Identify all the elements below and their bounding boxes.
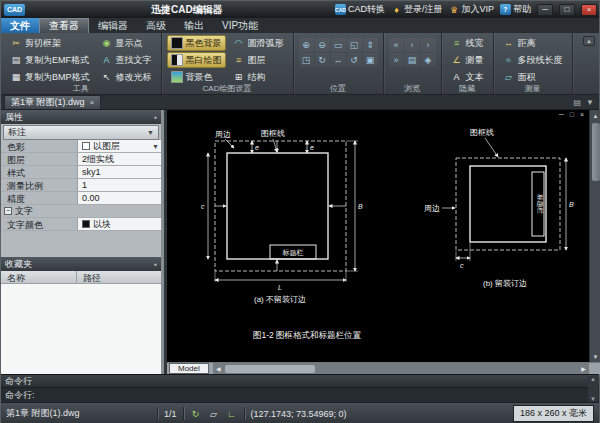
- copy-bmp-label: 复制为BMP格式: [25, 71, 90, 84]
- distance-button[interactable]: ↔ 距离: [499, 35, 567, 51]
- label-a-margin: 周边: [215, 130, 231, 139]
- tab-advanced[interactable]: 高级: [137, 18, 175, 33]
- favorites-col-path[interactable]: 路径: [77, 271, 161, 283]
- property-row-measure-scale[interactable]: 测量比例 1: [1, 179, 161, 192]
- help-button[interactable]: ? 帮助: [500, 3, 531, 16]
- scroll-right-icon[interactable]: ▶: [578, 363, 589, 375]
- viewport-minimize-icon[interactable]: ─: [559, 111, 564, 118]
- zoom-previous-icon[interactable]: ↻: [315, 53, 330, 67]
- status-page-indicator: 1/1: [164, 409, 177, 419]
- area-button[interactable]: ▱ 面积: [499, 69, 567, 85]
- scroll-down-icon[interactable]: ▼: [590, 351, 600, 362]
- lineweight-toggle-button[interactable]: ≡ 线宽: [447, 35, 488, 51]
- cut-frame-button[interactable]: ✂ 剪切框架: [6, 35, 94, 51]
- tab-list-icon[interactable]: ▤: [574, 98, 582, 107]
- measure-toggle-button[interactable]: ∠ 测量: [447, 52, 488, 68]
- pin-icon[interactable]: ▪: [154, 113, 157, 122]
- property-row-precision[interactable]: 精度 0.00: [1, 192, 161, 205]
- property-row-color[interactable]: 色彩 以图层 ▼: [1, 140, 161, 153]
- property-section-text[interactable]: − 文字: [1, 205, 161, 218]
- horizontal-scrollbar[interactable]: ◀ ▶: [213, 363, 589, 375]
- zoom-all-icon[interactable]: ◳: [299, 53, 314, 67]
- area-icon: ▱: [503, 71, 515, 83]
- ribbon-collapse-icon[interactable]: ▴: [583, 36, 595, 46]
- status-plane-icon[interactable]: ▱: [208, 408, 220, 420]
- refresh-icon[interactable]: ↺: [347, 53, 362, 67]
- document-tab[interactable]: 第1章 附图(1).dwg ×: [4, 95, 101, 109]
- locate-icon[interactable]: ▣: [363, 53, 378, 67]
- black-background-button[interactable]: 黑色背景: [167, 35, 226, 51]
- polyline-length-label: 多段线长度: [518, 54, 563, 67]
- prev-page-icon[interactable]: ‹: [405, 38, 420, 52]
- favorites-list[interactable]: [1, 284, 161, 375]
- status-refresh-icon[interactable]: ↻: [190, 408, 202, 420]
- tab-editor[interactable]: 编辑器: [89, 18, 137, 33]
- drawing-viewport[interactable]: ─ □ ×: [167, 110, 589, 362]
- minimize-button[interactable]: ─: [537, 4, 553, 16]
- help-label: 帮助: [513, 3, 531, 16]
- window-title: 迅捷CAD编辑器: [151, 3, 223, 17]
- zoom-in-icon[interactable]: ⊕: [299, 38, 314, 52]
- tab-viewer[interactable]: 查看器: [39, 18, 89, 33]
- horizontal-scroll-thumb[interactable]: [225, 365, 315, 373]
- model-tab[interactable]: Model: [169, 363, 209, 374]
- home-view-icon[interactable]: ◈: [421, 53, 436, 67]
- tab-dropdown-icon[interactable]: ▼: [586, 98, 594, 107]
- tab-file[interactable]: 文件: [1, 18, 39, 33]
- drawing-area: ─ □ ×: [167, 110, 600, 374]
- bw-drawing-button[interactable]: 黑白绘图: [167, 52, 226, 68]
- zoom-extents-icon[interactable]: ◱: [347, 38, 362, 52]
- vertical-scroll-thumb[interactable]: [592, 123, 600, 181]
- scroll-left-icon[interactable]: ◀: [213, 363, 224, 375]
- login-button[interactable]: ♦ 登录/注册: [391, 3, 443, 16]
- close-button[interactable]: ×: [581, 4, 597, 16]
- polyline-length-button[interactable]: ≈ 多段线长度: [499, 52, 567, 68]
- viewport-close-icon[interactable]: ×: [580, 111, 584, 118]
- copy-emf-button[interactable]: ▤ 复制为EMF格式: [6, 52, 94, 68]
- smooth-arc-button[interactable]: ◠ 圆滑弧形: [229, 35, 288, 51]
- category-combobox[interactable]: 标注 ▼: [3, 125, 159, 140]
- move-icon[interactable]: ↔: [331, 53, 346, 67]
- tab-vip-features[interactable]: VIP功能: [213, 18, 267, 33]
- property-row-text-color[interactable]: 文字颜色 以块: [1, 218, 161, 231]
- document-tab-close-icon[interactable]: ×: [90, 98, 95, 107]
- cad-convert-button[interactable]: CAD CAD转换: [335, 3, 385, 16]
- status-separator: [157, 407, 158, 420]
- show-points-button[interactable]: ◉ 显示点: [97, 35, 156, 51]
- pan-icon[interactable]: ⇕: [363, 38, 378, 52]
- pin-icon[interactable]: ▪: [154, 260, 157, 269]
- find-text-button[interactable]: A 查找文字: [97, 52, 156, 68]
- viewport-maximize-icon[interactable]: □: [570, 111, 574, 118]
- command-scrollbar[interactable]: ▲ ▼: [588, 376, 598, 402]
- zoom-out-icon[interactable]: ⊖: [315, 38, 330, 52]
- pages-icon[interactable]: ▤: [405, 53, 420, 67]
- tab-output[interactable]: 输出: [175, 18, 213, 33]
- structure-button[interactable]: ⊞ 结构: [229, 69, 288, 85]
- property-row-style[interactable]: 样式 sky1: [1, 166, 161, 179]
- join-vip-button[interactable]: ♛ 加入VIP: [448, 3, 494, 16]
- first-page-icon[interactable]: «: [389, 38, 404, 52]
- copy-bmp-button[interactable]: ▦ 复制为BMP格式: [6, 69, 94, 85]
- property-row-layer[interactable]: 图层 2细实线: [1, 153, 161, 166]
- chevron-down-icon: ▼: [147, 129, 154, 136]
- zoom-window-icon[interactable]: ▭: [331, 38, 346, 52]
- favorites-col-name[interactable]: 名称: [1, 271, 77, 283]
- property-label: 样式: [1, 166, 77, 178]
- property-label: 色彩: [1, 140, 77, 152]
- layers-button[interactable]: ≡ 图层: [229, 52, 288, 68]
- chevron-down-icon[interactable]: ▼: [152, 143, 159, 150]
- structure-icon: ⊞: [233, 71, 245, 83]
- scroll-up-icon[interactable]: ▲: [590, 110, 600, 121]
- scroll-up-icon[interactable]: ▲: [590, 376, 596, 382]
- modify-cursor-button[interactable]: ↖ 修改光标: [97, 69, 156, 85]
- text-toggle-button[interactable]: A 文本: [447, 69, 488, 85]
- maximize-button[interactable]: □: [559, 4, 575, 16]
- collapse-section-icon[interactable]: −: [4, 207, 12, 215]
- vertical-scrollbar[interactable]: ▲ ▼: [589, 110, 600, 362]
- command-line-input[interactable]: 命令行:: [1, 388, 599, 403]
- status-angle-icon[interactable]: ∟: [226, 408, 238, 420]
- group-caption-tools: 工具: [1, 84, 161, 94]
- background-color-button[interactable]: 背景色: [167, 69, 226, 85]
- next-page-icon[interactable]: ›: [421, 38, 436, 52]
- last-page-icon[interactable]: »: [389, 53, 404, 67]
